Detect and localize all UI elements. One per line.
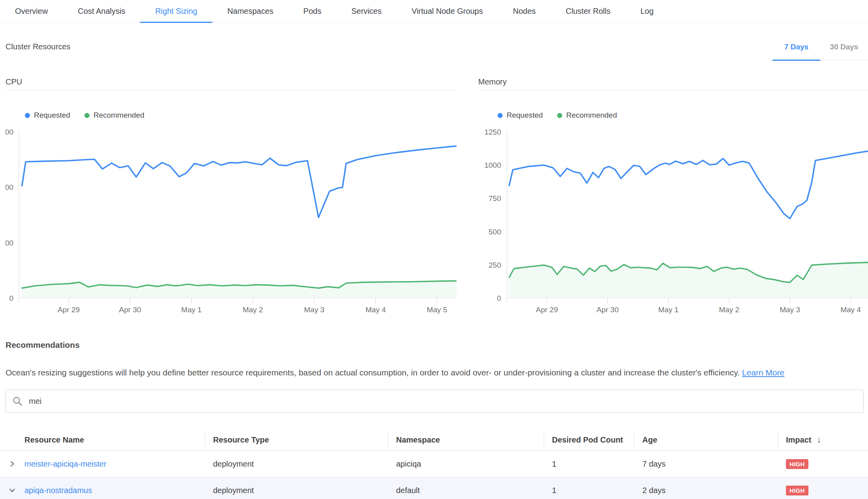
legend-label: Recommended bbox=[566, 111, 617, 120]
range-tab-30-days[interactable]: 30 Days bbox=[820, 23, 868, 60]
tab-pods[interactable]: Pods bbox=[288, 0, 337, 23]
table-row: apiqa-nostradamus deployment default 1 2… bbox=[0, 477, 868, 499]
legend-item-recommended: Recommended bbox=[84, 111, 144, 120]
memory-chart-svg: 125010007505002500Apr 29Apr 30May 1May 2… bbox=[478, 126, 868, 320]
recommendations-title: Recommendations bbox=[6, 340, 864, 350]
memory-chart-title: Memory bbox=[478, 77, 507, 86]
time-range-toggle: 7 Days 30 Days bbox=[773, 23, 868, 60]
legend-label: Recommended bbox=[94, 111, 144, 120]
cpu-chart-panel: CPU Requested Recommended 6004002000Apr … bbox=[6, 60, 456, 324]
memory-panel-divider bbox=[478, 90, 868, 90]
x-tick-label: Apr 29 bbox=[536, 306, 558, 314]
recommended-dot-icon bbox=[557, 113, 562, 118]
y-tick-label: 250 bbox=[488, 261, 501, 269]
age-cell: 7 days bbox=[634, 460, 778, 469]
column-header-impact: Impact ↓ bbox=[778, 429, 868, 450]
y-tick-label: 0 bbox=[9, 294, 13, 302]
tab-cluster-rolls[interactable]: Cluster Rolls bbox=[551, 0, 625, 23]
requested-line bbox=[22, 146, 456, 218]
impact-cell: HIGH bbox=[778, 486, 868, 495]
memory-chart-panel: Memory Requested Recommended 12501000750… bbox=[478, 60, 868, 324]
column-header-desired-pod-count[interactable]: Desired Pod Count bbox=[544, 429, 634, 450]
column-header-impact-label[interactable]: Impact bbox=[786, 435, 811, 445]
y-tick-label: 400 bbox=[6, 183, 13, 191]
tab-services[interactable]: Services bbox=[336, 0, 397, 23]
tab-nodes[interactable]: Nodes bbox=[498, 0, 551, 23]
impact-cell: HIGH bbox=[778, 459, 868, 469]
tab-virtual-node-groups[interactable]: Virtual Node Groups bbox=[397, 0, 498, 23]
row-expander[interactable] bbox=[0, 460, 24, 467]
page-header: Cluster Resources 7 Days 30 Days bbox=[0, 23, 868, 60]
tab-overview[interactable]: Overview bbox=[0, 0, 63, 23]
requested-dot-icon bbox=[498, 113, 503, 118]
x-tick-label: May 5 bbox=[427, 306, 447, 314]
legend-label: Requested bbox=[507, 111, 543, 120]
cpu-chart-legend: Requested Recommended bbox=[25, 111, 144, 120]
table-row: meister-apiciqa-meister deployment apici… bbox=[0, 451, 868, 477]
resource-name-cell: apiqa-nostradamus bbox=[24, 486, 205, 495]
recommendations-section: Recommendations Ocean's resizing suggest… bbox=[6, 324, 864, 413]
legend-item-recommended: Recommended bbox=[557, 111, 617, 120]
learn-more-link[interactable]: Learn More bbox=[742, 368, 784, 377]
sort-desc-icon[interactable]: ↓ bbox=[817, 435, 821, 445]
range-tab-7-days[interactable]: 7 Days bbox=[773, 23, 820, 60]
y-tick-label: 1250 bbox=[485, 128, 501, 136]
y-tick-label: 600 bbox=[6, 128, 13, 136]
requested-dot-icon bbox=[25, 113, 30, 118]
x-tick-label: Apr 29 bbox=[58, 306, 80, 314]
x-tick-label: May 4 bbox=[365, 306, 386, 314]
cpu-panel-divider bbox=[6, 90, 456, 90]
search-icon bbox=[12, 396, 23, 407]
x-tick-label: May 1 bbox=[658, 306, 679, 314]
y-tick-label: 500 bbox=[488, 228, 501, 236]
y-tick-label: 1000 bbox=[485, 161, 501, 169]
legend-item-requested: Requested bbox=[25, 111, 70, 120]
impact-high-badge: HIGH bbox=[786, 486, 808, 495]
namespace-cell: default bbox=[388, 486, 544, 495]
x-tick-label: May 2 bbox=[243, 306, 263, 314]
cpu-chart-svg: 6004002000Apr 29Apr 30May 1May 2May 3May… bbox=[6, 126, 456, 320]
desired-pod-count-cell: 1 bbox=[544, 486, 634, 495]
tab-right-sizing[interactable]: Right Sizing bbox=[140, 0, 212, 23]
x-tick-label: May 1 bbox=[181, 306, 202, 314]
resource-type-cell: deployment bbox=[205, 460, 388, 469]
resource-name-link[interactable]: apiqa-nostradamus bbox=[24, 486, 92, 495]
recommended-dot-icon bbox=[84, 113, 90, 118]
x-tick-label: May 3 bbox=[304, 306, 325, 314]
x-tick-label: May 2 bbox=[719, 306, 739, 314]
desired-pod-count-cell: 1 bbox=[544, 460, 634, 469]
search-input[interactable] bbox=[28, 396, 857, 406]
resource-name-cell: meister-apiciqa-meister bbox=[24, 460, 205, 469]
tab-cost-analysis[interactable]: Cost Analysis bbox=[63, 0, 140, 23]
search-box bbox=[6, 390, 864, 413]
column-header-age[interactable]: Age bbox=[634, 429, 778, 450]
x-tick-label: May 3 bbox=[780, 306, 800, 314]
tab-bar: OverviewCost AnalysisRight SizingNamespa… bbox=[0, 0, 868, 23]
legend-item-requested: Requested bbox=[498, 111, 543, 120]
x-tick-label: Apr 30 bbox=[597, 306, 619, 314]
tab-namespaces[interactable]: Namespaces bbox=[212, 0, 288, 23]
impact-high-badge: HIGH bbox=[786, 459, 808, 469]
resource-name-link[interactable]: meister-apiciqa-meister bbox=[24, 460, 107, 468]
description-text: Ocean's resizing suggestions will help y… bbox=[6, 368, 740, 377]
cluster-resources-charts: CPU Requested Recommended 6004002000Apr … bbox=[0, 60, 868, 324]
table-header-row: Resource Name Resource Type Namespace De… bbox=[0, 429, 868, 451]
memory-chart-legend: Requested Recommended bbox=[498, 111, 617, 120]
page-title: Cluster Resources bbox=[6, 42, 71, 51]
y-tick-label: 0 bbox=[497, 294, 501, 302]
tab-log[interactable]: Log bbox=[625, 0, 668, 23]
row-expander[interactable] bbox=[0, 487, 24, 494]
column-header-resource-name[interactable]: Resource Name bbox=[0, 429, 205, 450]
cpu-chart-title: CPU bbox=[6, 77, 22, 86]
x-tick-label: Apr 30 bbox=[119, 306, 141, 314]
age-cell: 2 days bbox=[634, 486, 778, 495]
column-header-resource-type[interactable]: Resource Type bbox=[205, 429, 388, 450]
recommendations-description: Ocean's resizing suggestions will help y… bbox=[6, 368, 864, 377]
resource-type-cell: deployment bbox=[205, 486, 388, 495]
namespace-cell: apiciqa bbox=[388, 460, 544, 469]
chevron-down-icon bbox=[9, 487, 16, 494]
column-header-namespace[interactable]: Namespace bbox=[388, 429, 544, 450]
chevron-right-icon bbox=[9, 460, 16, 467]
requested-line bbox=[509, 151, 868, 219]
y-tick-label: 750 bbox=[488, 194, 501, 203]
